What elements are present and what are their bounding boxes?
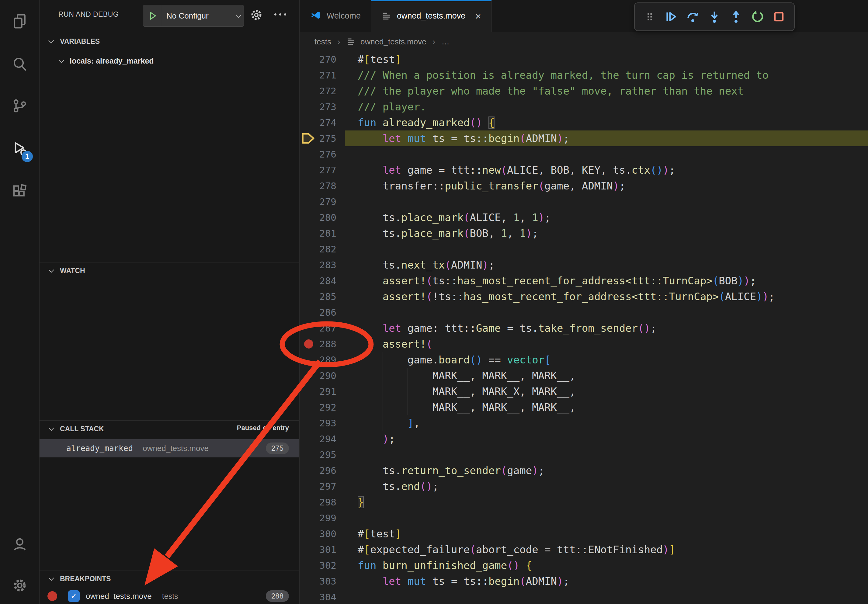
code-line[interactable]: 270#[test] (300, 51, 868, 67)
gutter[interactable]: 301 (300, 542, 345, 558)
line-number[interactable]: 277 (318, 162, 345, 178)
stop-icon[interactable] (770, 8, 788, 26)
breakpoints-section-header[interactable]: BREAKPOINTS (40, 570, 299, 587)
line-number[interactable]: 272 (318, 83, 345, 99)
code-line[interactable]: 289 game.board() == vector[ (300, 352, 868, 368)
gutter[interactable]: 286 (300, 304, 345, 320)
gutter[interactable]: 291 (300, 384, 345, 399)
code-line-content[interactable]: MARK__, MARK__, MARK__, (345, 399, 868, 415)
line-number[interactable]: 274 (318, 115, 345, 130)
gutter[interactable]: 288 (300, 336, 345, 352)
breakpoint-dot-icon[interactable] (300, 339, 318, 348)
code-line-content[interactable]: fun burn_unfinished_game() { (345, 558, 868, 573)
code-line-content[interactable]: /// player. (345, 99, 868, 115)
line-number[interactable]: 297 (318, 479, 345, 494)
code-line[interactable]: 282 (300, 241, 868, 257)
code-line[interactable]: 284 assert!(ts::has_most_recent_for_addr… (300, 273, 868, 289)
code-line-content[interactable]: let game: ttt::Game = ts.take_from_sende… (345, 320, 868, 336)
code-line[interactable]: 271/// When a position is already marked… (300, 67, 868, 83)
gutter[interactable]: 282 (300, 241, 345, 257)
code-line-content[interactable]: ); (345, 431, 868, 447)
gutter[interactable]: 300 (300, 526, 345, 542)
step-over-icon[interactable] (684, 8, 702, 26)
gutter[interactable]: 285 (300, 289, 345, 304)
code-line[interactable]: 272/// the player who made the "false" m… (300, 83, 868, 99)
code-line[interactable]: 292 MARK__, MARK__, MARK__, (300, 399, 868, 415)
breakpoint-list-item[interactable]: ✓ owned_tests.move tests 288 (40, 588, 299, 604)
code-line-content[interactable]: assert!(ts::has_most_recent_for_address<… (345, 273, 868, 289)
code-line-content[interactable]: fun already_marked() { (345, 115, 868, 130)
gutter[interactable]: 273 (300, 99, 345, 115)
line-number[interactable]: 302 (318, 558, 345, 573)
run-and-debug-icon[interactable]: 1 (0, 132, 40, 166)
code-line[interactable]: 301#[expected_failure(abort_code = ttt::… (300, 542, 868, 558)
gutter[interactable]: 304 (300, 589, 345, 604)
call-stack-frame-row[interactable]: already_marked owned_tests.move 275 (40, 439, 299, 457)
line-number[interactable]: 285 (318, 289, 345, 304)
gutter[interactable]: 283 (300, 257, 345, 273)
line-number[interactable]: 278 (318, 178, 345, 194)
start-debug-icon[interactable] (143, 5, 162, 26)
line-number[interactable]: 298 (318, 494, 345, 510)
line-number[interactable]: 271 (318, 67, 345, 83)
line-number[interactable]: 299 (318, 510, 345, 526)
line-number[interactable]: 275 (318, 130, 345, 146)
step-out-icon[interactable] (727, 8, 745, 26)
gutter[interactable]: 284 (300, 273, 345, 289)
gutter[interactable]: 290 (300, 368, 345, 384)
code-line-content[interactable] (345, 447, 868, 463)
line-number[interactable]: 281 (318, 225, 345, 241)
code-line-content[interactable]: ts.end(); (345, 479, 868, 494)
step-into-icon[interactable] (705, 8, 723, 26)
line-number[interactable]: 270 (318, 51, 345, 67)
code-line[interactable]: 287 let game: ttt::Game = ts.take_from_s… (300, 320, 868, 336)
gutter[interactable]: 298 (300, 494, 345, 510)
gutter[interactable]: 274 (300, 115, 345, 130)
line-number[interactable]: 294 (318, 431, 345, 447)
line-number[interactable]: 301 (318, 542, 345, 558)
code-line[interactable]: 296 ts.return_to_sender(game); (300, 463, 868, 479)
close-tab-icon[interactable]: × (475, 11, 481, 21)
gutter[interactable]: 295 (300, 447, 345, 463)
execution-pointer-icon[interactable] (300, 132, 318, 144)
gutter[interactable]: 271 (300, 67, 345, 83)
code-line-content[interactable] (345, 146, 868, 162)
code-line[interactable]: 278 transfer::public_transfer(game, ADMI… (300, 178, 868, 194)
gutter[interactable]: 280 (300, 209, 345, 225)
code-line[interactable]: 304 (300, 589, 868, 604)
code-line-content[interactable]: #[expected_failure(abort_code = ttt::ENo… (345, 542, 868, 558)
code-line-content[interactable]: /// the player who made the "false" move… (345, 83, 868, 99)
code-line-content[interactable]: MARK__, MARK_X, MARK__, (345, 384, 868, 399)
code-line-content[interactable]: let mut ts = ts::begin(ADMIN); (345, 130, 868, 146)
code-line[interactable]: 277 let game = ttt::new(ALICE, BOB, KEY,… (300, 162, 868, 178)
code-line[interactable]: 285 assert!(!ts::has_most_recent_for_add… (300, 289, 868, 304)
code-line[interactable]: 291 MARK__, MARK_X, MARK__, (300, 384, 868, 399)
code-line-content[interactable] (345, 589, 868, 604)
line-number[interactable]: 291 (318, 384, 345, 399)
search-icon[interactable] (0, 47, 40, 81)
explorer-icon[interactable] (0, 5, 40, 38)
code-line-content[interactable]: ], (345, 415, 868, 431)
line-number[interactable]: 290 (318, 368, 345, 384)
gutter[interactable]: 278 (300, 178, 345, 194)
code-line[interactable]: 298} (300, 494, 868, 510)
line-number[interactable]: 303 (318, 573, 345, 589)
code-line[interactable]: 299 (300, 510, 868, 526)
code-line[interactable]: 297 ts.end(); (300, 479, 868, 494)
gutter[interactable]: 293 (300, 415, 345, 431)
continue-icon[interactable] (662, 8, 680, 26)
more-actions-icon[interactable] (274, 13, 286, 15)
code-line-content[interactable] (345, 510, 868, 526)
code-line[interactable]: 274fun already_marked() { (300, 115, 868, 130)
line-number[interactable]: 279 (318, 194, 345, 209)
line-number[interactable]: 273 (318, 99, 345, 115)
gutter[interactable]: 287 (300, 320, 345, 336)
code-line[interactable]: 288 assert!( (300, 336, 868, 352)
line-number[interactable]: 276 (318, 146, 345, 162)
code-line-content[interactable]: #[test] (345, 526, 868, 542)
code-line-content[interactable]: ts.return_to_sender(game); (345, 463, 868, 479)
code-line[interactable]: 276 (300, 146, 868, 162)
gutter[interactable]: 270 (300, 51, 345, 67)
variables-section-header[interactable]: VARIABLES (40, 34, 299, 49)
code-line-content[interactable]: /// When a position is already marked, t… (345, 67, 868, 83)
